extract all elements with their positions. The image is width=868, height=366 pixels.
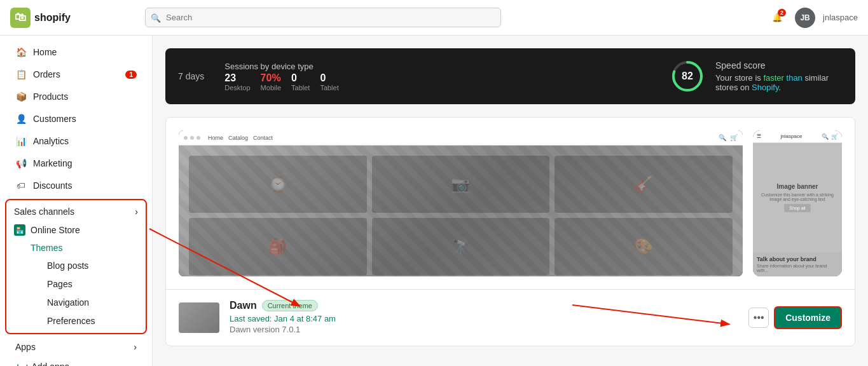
mobile-brand-sub: Share information about your brand with.… [757, 264, 838, 273]
sidebar-item-discounts[interactable]: 🏷 Discounts [5, 175, 147, 196]
blog-posts-label: Blog posts [47, 261, 88, 271]
home-label: Home [33, 47, 57, 57]
mobile-banner-sub: Customize this banner with a striking im… [758, 193, 837, 201]
sales-channels-box: Sales channels › 🏪 Online Store Themes B… [5, 199, 147, 334]
add-apps-plus-icon: + [15, 362, 20, 366]
cart-icon: 🛒 [730, 134, 738, 141]
mobile-label: Mobile [261, 84, 281, 92]
pages-label: Pages [47, 279, 72, 289]
analytics-icon: 📊 [15, 135, 27, 147]
theme-name: Dawn [230, 300, 257, 311]
sidebar-item-apps[interactable]: Apps › [5, 337, 147, 357]
search-bar: 🔍 [145, 8, 501, 27]
nav-home: Home [208, 135, 223, 141]
current-theme-badge: Current theme [262, 300, 318, 311]
theme-actions: ••• Customize [748, 306, 842, 329]
customers-icon: 👤 [15, 113, 27, 125]
preview-mobile: ☰ jnlaspace 🔍 🛒 Image banner Customize t… [753, 130, 842, 276]
mobile-brand-label: Talk about your brand [757, 256, 838, 262]
search-icon-browser: 🔍 [719, 134, 726, 141]
tablet2-stat: 0 Tablet [320, 72, 338, 92]
sidebar-item-blog-posts[interactable]: Blog posts [11, 257, 141, 274]
mobile-search-icon: 🔍 [822, 133, 829, 140]
grid-item-1: ⌚ [189, 156, 367, 213]
sessions-stat-group: Sessions by device type 23 Desktop 70% M… [224, 62, 338, 92]
grid-item-6: 🎨 [555, 218, 733, 275]
theme-thumb-inner [179, 302, 219, 333]
orders-label: Orders [33, 69, 60, 79]
topbar-right: 🔔 2 JB jnlaspace [767, 8, 858, 28]
tablet-value: 0 [291, 72, 310, 84]
sidebar-item-add-apps[interactable]: + + Add apps [5, 358, 147, 366]
grid-item-4: 🎒 [189, 218, 367, 275]
shopify-logo-icon: 🛍 [10, 8, 31, 28]
sales-channels-header[interactable]: Sales channels › [6, 203, 146, 220]
speed-desc: Your store is faster than similar stores… [715, 73, 843, 92]
sidebar-item-customers[interactable]: 👤 Customers [5, 108, 147, 130]
sidebar: 🏠 Home 📋 Orders 1 📦 Products 👤 Customers… [0, 36, 153, 366]
customers-label: Customers [33, 114, 76, 124]
desktop-value: 23 [224, 72, 250, 84]
main-layout: 🏠 Home 📋 Orders 1 📦 Products 👤 Customers… [0, 36, 868, 366]
main-content: 7 days Sessions by device type 23 Deskto… [153, 36, 868, 366]
sidebar-item-orders[interactable]: 📋 Orders 1 [5, 64, 147, 85]
theme-name-row: Dawn Current theme [230, 300, 738, 311]
faster-word: faster [763, 73, 784, 83]
store-name: jnlaspace [823, 13, 858, 22]
speed-info: Speed score Your store is faster than si… [715, 60, 843, 92]
navigation-label: Navigation [47, 297, 89, 308]
stats-bar: 7 days Sessions by device type 23 Deskto… [165, 48, 855, 104]
apps-chevron: › [134, 342, 137, 352]
shopify-word: Shopify [752, 83, 778, 92]
add-apps-label: + Add apps [24, 362, 69, 366]
search-input[interactable] [145, 8, 501, 27]
sidebar-item-pages[interactable]: Pages [11, 275, 141, 293]
desktop-grid: ⌚ 📷 🎸 🎒 🔭 🎨 [179, 146, 743, 276]
marketing-label: Marketing [33, 158, 72, 168]
search-icon: 🔍 [151, 13, 161, 22]
sidebar-item-home[interactable]: 🏠 Home [5, 41, 147, 63]
theme-preview-card: Home Catalog Contact 🔍 🛒 ⌚ 📷 [165, 117, 855, 346]
sidebar-item-marketing[interactable]: 📢 Marketing [5, 152, 147, 174]
theme-info-row: Dawn Current theme Last saved: Jan 4 at … [166, 289, 855, 346]
sales-channels-label: Sales channels [14, 207, 74, 217]
customize-button[interactable]: Customize [774, 306, 842, 329]
sidebar-item-online-store[interactable]: 🏪 Online Store [6, 220, 146, 240]
desktop-preview-image: ⌚ 📷 🎸 🎒 🔭 🎨 [179, 146, 743, 276]
avatar: JB [795, 8, 815, 28]
browser-nav: Home Catalog Contact [208, 135, 273, 141]
stat-values: 23 Desktop 70% Mobile 0 Tablet 0 Tablet [224, 72, 338, 92]
sidebar-item-analytics[interactable]: 📊 Analytics [5, 130, 147, 152]
theme-last-saved: Last saved: Jan 4 at 8:47 am [230, 314, 738, 323]
online-store-icon: 🏪 [14, 224, 25, 236]
nav-contact: Contact [253, 135, 273, 141]
browser-dot-3 [196, 136, 200, 140]
preview-desktop: Home Catalog Contact 🔍 🛒 ⌚ 📷 [179, 130, 743, 276]
speed-circle: 82 [670, 58, 705, 94]
topbar: 🛍 shopify 🔍 🔔 2 JB jnlaspace [0, 0, 868, 36]
products-label: Products [33, 92, 68, 102]
sidebar-item-navigation[interactable]: Navigation [11, 294, 141, 311]
notification-button[interactable]: 🔔 2 [767, 8, 787, 28]
speed-section: 82 Speed score Your store is faster than… [670, 58, 843, 94]
grid-item-5: 🔭 [372, 218, 550, 275]
more-options-button[interactable]: ••• [748, 308, 769, 328]
orders-badge: 1 [125, 71, 137, 79]
online-store-label: Online Store [31, 225, 80, 235]
mobile-bar: ☰ jnlaspace 🔍 🛒 [753, 130, 842, 143]
orders-icon: 📋 [15, 69, 27, 80]
sidebar-item-preferences[interactable]: Preferences [11, 312, 141, 330]
browser-dot-1 [184, 136, 188, 140]
sidebar-item-themes[interactable]: Themes [6, 240, 146, 256]
sidebar-item-products[interactable]: 📦 Products [5, 86, 147, 107]
grid-item-3: 🎸 [555, 156, 733, 213]
discounts-label: Discounts [33, 180, 72, 191]
tablet2-label: Tablet [320, 84, 338, 92]
apps-label: Apps [15, 342, 36, 352]
shopify-logo-text: shopify [34, 12, 71, 24]
mobile-stat: 70% Mobile [261, 72, 281, 92]
mobile-store-name: jnlaspace [781, 133, 803, 139]
analytics-label: Analytics [33, 136, 69, 146]
mobile-menu-icon: ☰ [757, 133, 761, 139]
speed-number: 82 [682, 71, 693, 82]
